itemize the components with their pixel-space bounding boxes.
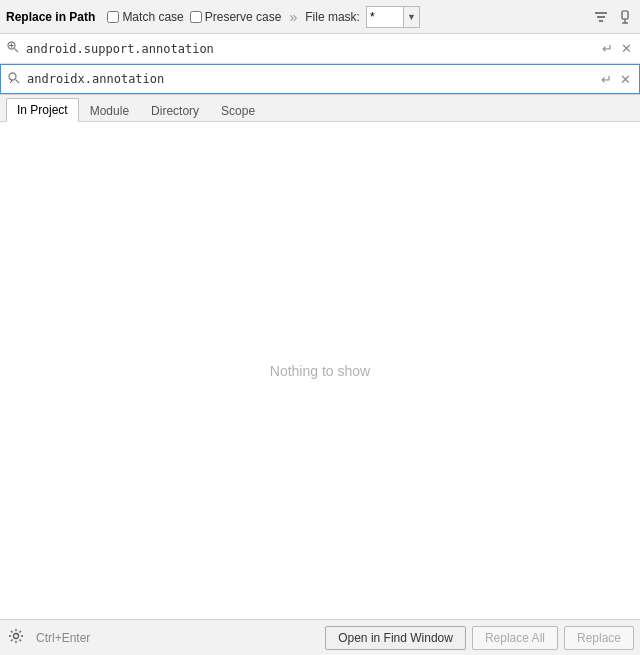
file-mask-input[interactable] — [367, 10, 403, 24]
tab-in-project[interactable]: In Project — [6, 98, 79, 122]
svg-point-12 — [14, 634, 19, 639]
file-mask-input-wrap: ▼ — [366, 6, 420, 28]
preserve-case-group: Preserve case — [190, 10, 282, 24]
tab-module[interactable]: Module — [79, 99, 140, 122]
separator: » — [289, 9, 297, 25]
toolbar: Replace in Path Match case Preserve case… — [0, 0, 640, 34]
find-clear-btn[interactable]: ✕ — [619, 39, 634, 58]
preserve-case-label[interactable]: Preserve case — [205, 10, 282, 24]
bottom-bar: Ctrl+Enter Open in Find Window Replace A… — [0, 619, 640, 655]
main-content: Nothing to show — [0, 122, 640, 619]
find-row: ↵ ✕ — [0, 34, 640, 64]
preserve-case-checkbox[interactable] — [190, 11, 202, 23]
match-case-group: Match case — [107, 10, 183, 24]
find-input[interactable] — [24, 42, 596, 56]
replace-enter-btn[interactable]: ↵ — [599, 70, 614, 89]
pin-btn[interactable] — [616, 8, 634, 26]
file-mask-label: File mask: — [305, 10, 360, 24]
shortcut-hint: Ctrl+Enter — [36, 631, 90, 645]
file-mask-dropdown-btn[interactable]: ▼ — [403, 7, 419, 27]
nothing-to-show-text: Nothing to show — [270, 363, 370, 379]
svg-point-10 — [9, 73, 16, 80]
match-case-label[interactable]: Match case — [122, 10, 183, 24]
replace-all-btn[interactable]: Replace All — [472, 626, 558, 650]
settings-gear-btn[interactable] — [6, 626, 26, 649]
svg-rect-3 — [622, 11, 628, 19]
toolbar-title: Replace in Path — [6, 10, 95, 24]
search-area: ↵ ✕ ↵ ✕ — [0, 34, 640, 95]
open-find-window-btn[interactable]: Open in Find Window — [325, 626, 466, 650]
replace-row: ↵ ✕ — [0, 64, 640, 94]
filter-btn[interactable] — [592, 8, 610, 26]
replace-clear-btn[interactable]: ✕ — [618, 70, 633, 89]
search-replace-icon — [7, 71, 21, 88]
tabs-row: In Project Module Directory Scope — [0, 95, 640, 122]
find-enter-btn[interactable]: ↵ — [600, 39, 615, 58]
svg-line-11 — [16, 79, 20, 83]
svg-line-7 — [15, 49, 19, 53]
tab-directory[interactable]: Directory — [140, 99, 210, 122]
tab-scope[interactable]: Scope — [210, 99, 266, 122]
replace-btn[interactable]: Replace — [564, 626, 634, 650]
match-case-checkbox[interactable] — [107, 11, 119, 23]
replace-input[interactable] — [25, 72, 595, 86]
search-find-icon — [6, 40, 20, 57]
